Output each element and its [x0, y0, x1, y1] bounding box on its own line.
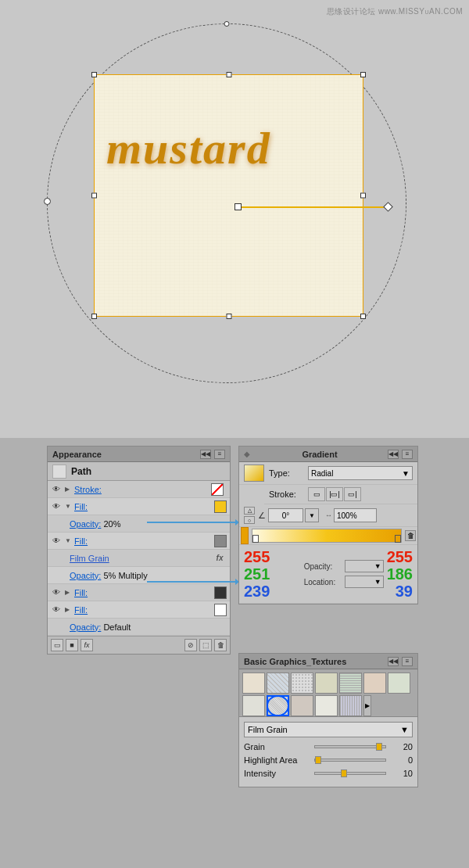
- handle-ml[interactable]: [91, 193, 97, 199]
- gradient-bar[interactable]: [252, 529, 402, 543]
- toolbar-copy-icon[interactable]: ⬚: [199, 639, 212, 651]
- intensity-slider-track[interactable]: [314, 772, 386, 775]
- toolbar-delete-icon[interactable]: 🗑: [214, 639, 227, 651]
- texture-thumb-2[interactable]: [267, 673, 289, 694]
- fill3-eye[interactable]: 👁: [51, 587, 62, 598]
- texture-thumb-8[interactable]: [242, 695, 265, 716]
- appearance-menu-btn[interactable]: ≡: [214, 450, 225, 459]
- stroke-btn-3[interactable]: ▭|: [344, 487, 361, 501]
- handle-bm[interactable]: [226, 314, 231, 319]
- fill-swatch-yellow[interactable]: [214, 500, 227, 513]
- opacity-label: Opacity: 20%: [70, 519, 227, 529]
- angle-dropdown-btn[interactable]: ▼: [305, 508, 319, 522]
- fill-swatch-dark[interactable]: [214, 586, 227, 599]
- scale-icon: ↔: [325, 511, 332, 519]
- fill3-arrow[interactable]: ▶: [65, 589, 73, 596]
- gradient-collapse-btn[interactable]: ◀◀: [388, 450, 399, 459]
- fill-label: Fill:: [74, 502, 214, 511]
- angle-input[interactable]: 0°: [268, 508, 303, 522]
- texture-thumb-5[interactable]: [339, 673, 362, 694]
- grain-slider-thumb[interactable]: [376, 743, 382, 751]
- handle-mr[interactable]: [360, 193, 366, 199]
- grain-slider-track[interactable]: [314, 745, 386, 748]
- opacity-row-inner: Opacity: ▼: [304, 560, 384, 572]
- opacity-location-area: Opacity: ▼ Location: ▼: [301, 548, 387, 600]
- rgb-left: 255 251 239: [244, 548, 301, 600]
- handle-bl[interactable]: [91, 314, 97, 319]
- gradient-stop-left[interactable]: [252, 535, 259, 543]
- rgb-right: 255 186 39: [387, 548, 413, 600]
- circle-handle-top[interactable]: [224, 21, 230, 27]
- gradient-icon-2[interactable]: ○: [244, 516, 255, 524]
- stroke-label: Stroke:: [74, 485, 211, 494]
- texture-thumb-1[interactable]: [242, 673, 265, 694]
- handle-tr[interactable]: [360, 72, 366, 77]
- scale-dropdown[interactable]: 100%: [334, 508, 377, 522]
- panels-area: Appearance ◀◀ ≡ Path 👁 ▶ Stroke: 👁: [0, 438, 469, 868]
- texture-thumb-6[interactable]: [363, 673, 386, 694]
- fill-row4: 👁 ▶ Fill:: [48, 601, 230, 619]
- handle-tm[interactable]: [226, 72, 231, 77]
- gradient-angle-row: △ ○ ∠ 0° ▼ ↔ 100%: [239, 504, 417, 527]
- stroke-swatch[interactable]: [211, 483, 224, 496]
- toolbar-fill-icon[interactable]: ■: [66, 639, 78, 651]
- stroke-btn-1[interactable]: ▭: [308, 487, 325, 501]
- filmgrain-dropdown-value: Film Grain: [248, 725, 400, 734]
- gradient-type-select[interactable]: Radial ▼: [308, 466, 413, 480]
- filmgrain-dropdown[interactable]: Film Grain ▼: [244, 722, 413, 737]
- stroke-eye[interactable]: 👁: [51, 484, 62, 495]
- toolbar-rect-icon[interactable]: ▭: [51, 639, 63, 651]
- fill4-arrow[interactable]: ▶: [65, 606, 73, 613]
- grain-label: Grain: [244, 742, 314, 751]
- gradient-menu-btn[interactable]: ≡: [402, 450, 413, 459]
- extend-handle-mid[interactable]: [234, 203, 242, 210]
- location-dropdown[interactable]: ▼: [345, 576, 384, 588]
- fill-arrow[interactable]: ▼: [65, 503, 73, 510]
- fill3-label: Fill:: [74, 588, 214, 597]
- texture-thumb-7[interactable]: [388, 673, 410, 694]
- textures-panel: Basic Graphics_Textures ◀◀ ≡: [238, 653, 418, 787]
- stroke-arrow[interactable]: ▶: [65, 486, 73, 493]
- gradient-icon-1[interactable]: △: [244, 507, 255, 515]
- fill-swatch-white[interactable]: [214, 604, 227, 616]
- highlight-slider-track[interactable]: [314, 759, 386, 762]
- opacity-row: Opacity: 20%: [48, 515, 230, 533]
- fill2-arrow[interactable]: ▼: [65, 537, 73, 544]
- fx-icon: fx: [213, 553, 227, 564]
- texture-thumb-selected[interactable]: [267, 695, 289, 716]
- fill4-eye[interactable]: 👁: [51, 604, 62, 615]
- texture-thumb-4[interactable]: [315, 673, 338, 694]
- fill2-eye[interactable]: 👁: [51, 536, 62, 547]
- textures-collapse-btn[interactable]: ◀◀: [388, 657, 399, 666]
- gradient-stroke-buttons: ▭ |▭| ▭|: [308, 487, 361, 501]
- stroke-btn-2[interactable]: |▭|: [326, 487, 343, 501]
- gradient-stop-right[interactable]: [395, 535, 401, 543]
- intensity-slider-thumb[interactable]: [341, 769, 347, 777]
- fill-swatch-gray[interactable]: [214, 535, 227, 547]
- gradient-swatch-main[interactable]: [244, 464, 264, 482]
- opacity-dropdown[interactable]: ▼: [345, 560, 384, 572]
- location-row-inner: Location: ▼: [304, 576, 384, 588]
- highlight-slider-thumb[interactable]: [315, 756, 321, 764]
- fill-eye[interactable]: 👁: [51, 501, 62, 512]
- gradient-stroke-row: Stroke: ▭ |▭| ▭|: [264, 485, 417, 504]
- toolbar-fx-icon[interactable]: fx: [81, 639, 93, 651]
- appearance-collapse-btn[interactable]: ◀◀: [200, 450, 211, 459]
- circle-handle-left[interactable]: [44, 198, 51, 205]
- texture-thumb-10[interactable]: [291, 695, 313, 716]
- filmgrain-label: Film Grain: [70, 554, 213, 563]
- gradient-delete-btn[interactable]: 🗑: [405, 530, 416, 541]
- textures-menu-btn[interactable]: ≡: [402, 657, 413, 666]
- texture-thumb-11[interactable]: [315, 695, 338, 716]
- texture-thumb-3[interactable]: [291, 673, 313, 694]
- path-row: Path: [48, 462, 230, 481]
- stroke-row: 👁 ▶ Stroke:: [48, 481, 230, 498]
- fill2-label: Fill:: [74, 536, 214, 546]
- texture-thumb-12[interactable]: [339, 695, 362, 716]
- rgb-g-right: 186: [387, 565, 413, 583]
- location-label-text: Location:: [304, 578, 345, 586]
- texture-scroll-right[interactable]: ▶: [363, 695, 371, 716]
- handle-br[interactable]: [360, 314, 366, 319]
- toolbar-clear-icon[interactable]: ⊘: [184, 639, 197, 651]
- handle-tl[interactable]: [91, 72, 97, 77]
